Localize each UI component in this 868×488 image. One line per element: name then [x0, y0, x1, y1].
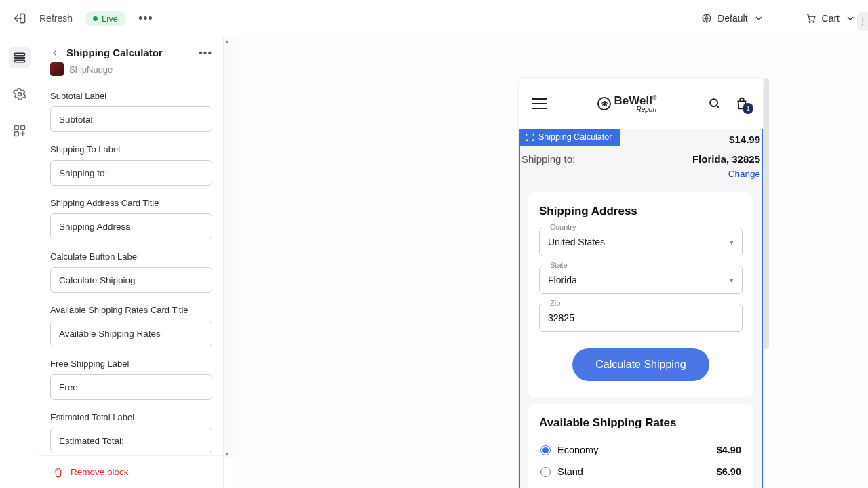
preview-scrollbar[interactable]: ▴ ▾ [762, 78, 769, 488]
field-label: Shipping Address Card Title [50, 198, 212, 208]
store-actions: 1 [707, 96, 749, 111]
shipping-to-label-input[interactable] [50, 160, 212, 186]
zip-input[interactable] [548, 312, 734, 323]
scrollbar-thumb[interactable] [764, 78, 769, 349]
svg-rect-9 [20, 126, 24, 130]
subtotal-label-input[interactable] [50, 106, 212, 132]
svg-rect-6 [14, 60, 24, 62]
svg-rect-4 [14, 53, 24, 55]
svg-point-11 [710, 99, 717, 106]
remove-block-label: Remove block [71, 467, 129, 477]
bag-icon[interactable]: 1 [734, 96, 749, 111]
exit-icon[interactable] [12, 11, 27, 26]
panel-scroll[interactable]: Shipping Calculator ••• ShipNudge Subtot… [39, 37, 223, 455]
field-rates-card-title: Available Shipping Rates Card Title [50, 305, 212, 346]
address-card-title: Shipping Address [539, 205, 743, 218]
country-value: United States [548, 237, 605, 247]
right-drag-handle[interactable]: ⋮ [857, 12, 868, 31]
field-label: Shipping To Label [50, 144, 212, 155]
estimated-total-label-input[interactable] [50, 428, 212, 453]
cart-icon [806, 13, 816, 24]
cart-count-badge: 1 [743, 103, 753, 114]
chevron-down-icon: ▾ [730, 276, 734, 285]
shipping-to-row: Shipping to: Florida, 32825 [520, 149, 762, 169]
panel-scrollbar[interactable]: ▴ ▾ [224, 37, 233, 458]
search-icon[interactable] [707, 96, 722, 111]
country-floating-label: Country [547, 223, 579, 231]
scroll-up-icon: ▴ [225, 37, 229, 45]
svg-rect-10 [14, 132, 18, 136]
rates-card-title-input[interactable] [50, 321, 212, 346]
remove-block-button[interactable]: Remove block [39, 455, 223, 488]
rate-price: $4.90 [717, 445, 741, 455]
cart-selector[interactable]: Cart [806, 13, 856, 24]
free-shipping-label-input[interactable] [50, 374, 212, 400]
field-free-shipping-label: Free Shipping Label [50, 359, 212, 400]
refresh-button[interactable]: Refresh [39, 13, 73, 24]
subtotal-value: $14.99 [729, 134, 760, 145]
rate-row[interactable]: Stand $6.90 [539, 461, 743, 483]
shipping-to-label: Shipping to: [521, 153, 575, 165]
field-address-card-title: Shipping Address Card Title [50, 198, 212, 239]
field-shipping-to-label: Shipping To Label [50, 144, 212, 186]
rate-name: Economy [557, 445, 598, 455]
live-dot-icon [93, 16, 98, 21]
field-label: Calculate Button Label [50, 251, 212, 262]
rail-apps-icon[interactable] [9, 120, 31, 142]
svg-rect-8 [14, 126, 18, 130]
change-address-link[interactable]: Change [520, 169, 762, 186]
store-header: ❀ BeWell® Report 1 [519, 78, 763, 129]
calc-button-label-input[interactable] [50, 267, 212, 293]
topbar-left: Refresh Live ••• [12, 11, 153, 26]
topbar-right: Default Cart [701, 10, 856, 26]
more-menu[interactable]: ••• [138, 12, 153, 26]
live-badge: Live [85, 11, 126, 26]
cart-label: Cart [822, 13, 840, 24]
zip-field[interactable]: Zip [539, 304, 743, 332]
live-badge-text: Live [102, 14, 118, 24]
field-label: Estimated Total Label [50, 412, 212, 422]
locale-selector[interactable]: Default [701, 13, 764, 24]
store-logo: ❀ BeWell® Report [597, 94, 656, 113]
divider [785, 10, 785, 26]
panel-more-menu[interactable]: ••• [199, 47, 212, 59]
field-label: Available Shipping Rates Card Title [50, 305, 212, 315]
chevron-down-icon [845, 13, 856, 24]
state-floating-label: State [547, 261, 570, 269]
block-tag-icon [526, 133, 534, 142]
globe-icon [701, 13, 712, 24]
svg-point-7 [18, 93, 21, 96]
svg-point-2 [809, 21, 810, 22]
rate-radio[interactable] [540, 467, 551, 477]
scroll-down-icon: ▾ [225, 450, 229, 458]
rate-row[interactable]: Economy $4.90 [539, 439, 743, 461]
locale-label: Default [717, 13, 747, 24]
shipping-to-value: Florida, 32825 [692, 153, 760, 165]
panel-title: Shipping Calculator [66, 47, 163, 58]
back-button[interactable] [50, 48, 60, 58]
field-label: Subtotal Label [50, 91, 212, 101]
chevron-left-icon [50, 48, 60, 58]
state-field[interactable]: State Florida▾ [539, 266, 743, 294]
rail-sections-icon[interactable] [9, 47, 31, 68]
chevron-down-icon: ▾ [730, 238, 734, 247]
calculate-shipping-button[interactable]: Calculate Shipping [572, 348, 709, 381]
shipping-calculator-block[interactable]: Shipping Calculator Subtotal: $14.99 Shi… [519, 129, 763, 488]
top-bar: Refresh Live ••• Default Cart [0, 0, 868, 37]
panel-app-row: ShipNudge [50, 62, 212, 76]
preview-device: ❀ BeWell® Report 1 Shipping Calculator [519, 78, 763, 488]
svg-rect-5 [14, 57, 24, 59]
menu-icon[interactable] [532, 98, 547, 109]
shipping-rates-card: Available Shipping Rates Economy $4.90 S… [528, 404, 753, 488]
canvas: ❀ BeWell® Report 1 Shipping Calculator [233, 37, 868, 488]
block-tag: Shipping Calculator [519, 129, 620, 146]
app-name: ShipNudge [69, 64, 113, 75]
field-label: Free Shipping Label [50, 359, 212, 369]
block-tag-label: Shipping Calculator [538, 132, 612, 142]
panel-header: Shipping Calculator ••• [50, 47, 212, 58]
country-field[interactable]: Country United States▾ [539, 228, 743, 256]
rail-settings-icon[interactable] [9, 83, 31, 105]
rate-radio[interactable] [540, 445, 551, 455]
logo-mark-icon: ❀ [597, 97, 611, 110]
address-card-title-input[interactable] [50, 214, 212, 239]
